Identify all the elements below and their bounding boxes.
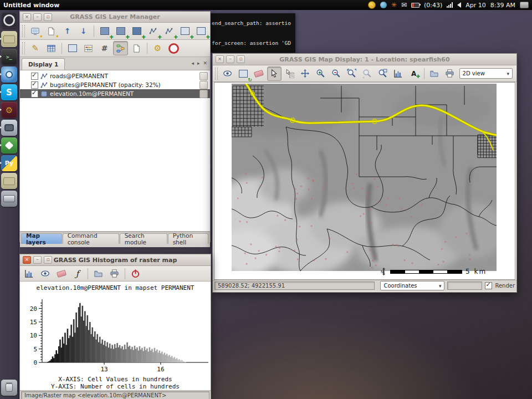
tab-python-shell[interactable]: Python shell: [168, 233, 208, 244]
print-display-button[interactable]: [443, 66, 457, 81]
launcher-item-chromium[interactable]: [1, 66, 17, 83]
new-display-2-button[interactable]: [65, 41, 80, 55]
minimize-button[interactable]: [33, 256, 42, 264]
tab-command-console[interactable]: Command console: [63, 233, 119, 244]
launcher-item-system-tool[interactable]: [1, 102, 17, 118]
python-script-button[interactable]: [129, 41, 144, 55]
raster-calculator-button[interactable]: [81, 41, 96, 55]
histogram-titlebar[interactable]: GRASS GIS Histogram of raster map: [20, 254, 211, 266]
help-button[interactable]: [166, 41, 181, 55]
layer-tree[interactable]: roads@PERMANENT bugsites@PERMANENT (opac…: [20, 70, 210, 232]
launcher-item-python[interactable]: Py: [1, 155, 17, 171]
maximize-button[interactable]: [237, 55, 245, 63]
layer-row-roads[interactable]: roads@PERMANENT: [20, 71, 210, 80]
erase-button[interactable]: [54, 267, 69, 281]
minimize-button[interactable]: [226, 55, 234, 63]
zoom-out-button[interactable]: [329, 66, 344, 81]
network-signal-icon[interactable]: [447, 2, 453, 8]
close-button[interactable]: [23, 256, 31, 264]
render-display-button[interactable]: [221, 66, 235, 81]
print-button[interactable]: [107, 267, 122, 281]
layer-row-button[interactable]: [200, 81, 208, 89]
attribute-table-button[interactable]: [44, 41, 59, 55]
add-multiple-layers-button[interactable]: ✚: [97, 24, 112, 38]
save-workspace-button[interactable]: [76, 24, 91, 38]
layer-row-elevation[interactable]: elevation.10m@PERMANENT: [20, 89, 210, 98]
launcher-item-skype[interactable]: S: [1, 84, 17, 100]
layer-row-bugsites[interactable]: bugsites@PERMANENT (opacity: 32%): [20, 80, 210, 89]
render-button[interactable]: [38, 267, 53, 281]
toolbar-grip[interactable]: [22, 25, 25, 37]
zoom-in-button[interactable]: [314, 66, 328, 81]
add-group-button[interactable]: ✚: [193, 24, 208, 38]
histogram-options-button[interactable]: [22, 267, 37, 281]
display-tab[interactable]: Display 1: [22, 58, 65, 70]
launcher-item-disk-drive[interactable]: [1, 191, 17, 207]
function-button[interactable]: [70, 267, 85, 281]
zoom-region-button[interactable]: [376, 66, 390, 81]
close-button[interactable]: [23, 13, 31, 21]
minimize-button[interactable]: [33, 13, 42, 21]
maximize-button[interactable]: [44, 256, 52, 264]
clock-indicator-icon[interactable]: [368, 1, 376, 9]
add-vector-misc-button[interactable]: ✚: [161, 24, 176, 38]
view-mode-select[interactable]: 2D view: [459, 68, 513, 79]
open-workspace-button[interactable]: [60, 24, 75, 38]
ubuntu-one-icon[interactable]: [380, 2, 387, 8]
add-vector-button[interactable]: ✚: [145, 24, 160, 38]
render-map-button[interactable]: ↻: [236, 66, 250, 81]
launcher-item-files[interactable]: [1, 31, 17, 47]
message-indicator-icon[interactable]: [401, 1, 407, 9]
tab-close-icon[interactable]: ✕: [203, 60, 207, 66]
battery-icon[interactable]: [411, 3, 420, 8]
layer-checkbox[interactable]: [31, 90, 38, 98]
layer-row-button[interactable]: [200, 90, 208, 98]
session-menu-icon[interactable]: [520, 2, 529, 8]
terminal-window[interactable]: end_search_path: assertio for_screen: as…: [211, 13, 295, 53]
launcher-item-screenshot-tool[interactable]: [1, 120, 17, 136]
layer-checkbox[interactable]: [31, 81, 38, 89]
toolbar-grip[interactable]: [215, 68, 218, 80]
new-workspace-button[interactable]: ★: [44, 24, 59, 38]
new-display-button[interactable]: ★: [28, 24, 43, 38]
save-button[interactable]: [91, 267, 106, 281]
toolbar-grip[interactable]: [22, 42, 25, 54]
tab-search-module[interactable]: Search module: [120, 233, 167, 244]
erase-display-button[interactable]: [252, 66, 266, 81]
update-indicator-icon[interactable]: [391, 1, 397, 9]
analyze-map-button[interactable]: [391, 66, 406, 81]
add-raster-misc-button[interactable]: ✚: [129, 24, 144, 38]
launcher-item-trash[interactable]: [1, 380, 17, 396]
launcher-item-folder[interactable]: [1, 173, 17, 189]
render-checkbox[interactable]: [485, 282, 492, 289]
tab-scroll-right-icon[interactable]: ▸: [197, 60, 200, 66]
tab-map-layers[interactable]: Map layers: [21, 233, 62, 244]
tab-scroll-left-icon[interactable]: ◂: [191, 60, 194, 66]
close-button[interactable]: [216, 55, 224, 63]
graphical-modeler-button[interactable]: [113, 41, 128, 55]
launcher-item-terminal[interactable]: >_: [1, 49, 17, 65]
save-display-button[interactable]: [427, 66, 442, 81]
zoom-extent-button[interactable]: [345, 66, 359, 81]
map-display-titlebar[interactable]: GRASS GIS Map Display: 1 - Location: spe…: [213, 54, 516, 65]
map-canvas[interactable]: N 5 km: [214, 82, 515, 280]
zoom-back-button[interactable]: [360, 66, 375, 81]
maximize-button[interactable]: [44, 13, 52, 21]
layer-checkbox[interactable]: [31, 73, 38, 80]
pointer-tool-button[interactable]: [267, 66, 282, 81]
launcher-item-grass-gis[interactable]: [1, 137, 17, 154]
layer-manager-titlebar[interactable]: GRASS GIS Layer Manager: [20, 12, 210, 23]
query-tool-button[interactable]: [283, 66, 297, 81]
quit-button[interactable]: [128, 267, 143, 281]
launcher-item-ubuntu-dash[interactable]: [1, 12, 17, 28]
add-raster-button[interactable]: ✚: [113, 24, 128, 38]
add-overlay-button[interactable]: A✚: [407, 66, 421, 81]
edit-vector-button[interactable]: [28, 41, 43, 55]
statusbar-mode-select[interactable]: Coordinates: [380, 281, 444, 290]
layer-row-button[interactable]: [200, 72, 208, 80]
settings-button[interactable]: [150, 41, 165, 55]
georectifier-button[interactable]: [97, 41, 112, 55]
sound-icon[interactable]: [457, 2, 461, 8]
pan-tool-button[interactable]: [298, 66, 313, 81]
add-web-service-button[interactable]: ✚: [177, 24, 192, 38]
